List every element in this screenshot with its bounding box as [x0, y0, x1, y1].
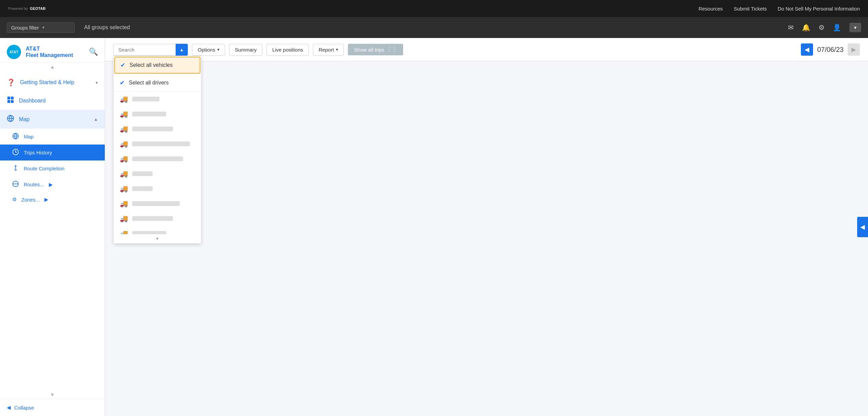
sidebar-header: AT&T AT&T Fleet Management 🔍 — [0, 38, 105, 63]
report-chevron: ▾ — [336, 47, 338, 52]
vehicle-item[interactable]: 🚚 — [114, 121, 201, 136]
sidebar-brand-name: AT&T — [26, 45, 73, 52]
svg-point-7 — [15, 166, 16, 167]
user-icon[interactable]: 👤 — [833, 23, 841, 32]
collapse-label: Collapse — [14, 405, 34, 411]
sidebar-item-trips-history[interactable]: Trips History — [0, 145, 105, 160]
vehicle-item[interactable]: 🚚 — [114, 151, 201, 166]
search-container: ▲ ✔ Select all vehicles ✔ Select all dri… — [113, 44, 188, 56]
sidebar-brand: AT&T Fleet Management — [26, 45, 73, 58]
vehicle-name — [132, 171, 153, 176]
date-display: 07/06/23 — [817, 46, 844, 54]
select-all-vehicles-item[interactable]: ✔ Select all vehicles — [114, 57, 200, 74]
svg-rect-1 — [11, 97, 14, 99]
select-all-vehicles-label: Select all vehicles — [130, 62, 173, 68]
map-parent-label: Map — [19, 116, 89, 122]
dropdown-scroll-indicator: ▼ — [114, 234, 201, 243]
date-nav: ◀ 07/06/23 ▶ — [801, 43, 860, 56]
help-icon: ❓ — [7, 78, 15, 87]
vehicle-name — [132, 127, 173, 131]
right-collapse-button[interactable]: ◀ — [857, 217, 868, 237]
mail-icon[interactable]: ✉ — [788, 23, 794, 32]
sidebar-item-map-parent[interactable]: Map ▲ — [0, 110, 105, 129]
vehicle-name — [132, 231, 166, 234]
all-groups-text: All groups selected — [84, 24, 130, 31]
user-menu-button[interactable]: ▾ — [849, 23, 861, 32]
bell-icon[interactable]: 🔔 — [802, 23, 810, 32]
sidebar-nav: ❓ Getting Started & Help ▾ Dashboard Map… — [0, 71, 105, 391]
show-all-trips-label: Show all trips — [354, 47, 384, 53]
select-all-drivers-item[interactable]: ✔ Select all drivers — [114, 74, 201, 91]
vehicle-item[interactable]: 🚚 — [114, 196, 201, 211]
vehicle-item[interactable]: 🚚 — [114, 107, 201, 121]
map-parent-chevron: ▲ — [94, 117, 98, 122]
summary-button[interactable]: Summary — [229, 44, 262, 56]
vehicle-item[interactable]: 🚚 — [114, 226, 201, 234]
vehicle-name — [132, 97, 159, 101]
second-bar-icons: ✉ 🔔 ⚙ 👤 ▾ — [788, 23, 861, 32]
zones-chevron: ▶ — [44, 196, 48, 203]
geotab-logo: Powered by GEOTAB — [8, 6, 45, 11]
show-all-trips-button[interactable]: Show all trips ⋮⋮ — [348, 44, 403, 55]
map-icon — [12, 133, 19, 140]
sidebar-item-getting-started[interactable]: ❓ Getting Started & Help ▾ — [0, 74, 105, 91]
sidebar-item-routes[interactable]: Routes... ▶ — [0, 176, 105, 192]
route-completion-label: Route Completion — [24, 166, 64, 171]
main-layout: AT&T AT&T Fleet Management 🔍 ▲ ❓ Getting… — [0, 38, 868, 416]
toolbar: ▲ ✔ Select all vehicles ✔ Select all dri… — [105, 38, 868, 61]
vehicle-truck-icon: 🚚 — [120, 200, 128, 208]
vehicle-name — [132, 112, 166, 116]
collapse-button[interactable]: ◀ Collapse — [0, 399, 105, 416]
vehicle-item[interactable]: 🚚 — [114, 181, 201, 196]
att-logo: AT&T — [7, 45, 21, 59]
vehicle-name — [132, 156, 183, 161]
sidebar-item-route-completion[interactable]: Route Completion — [0, 160, 105, 176]
geotab-brand: GEOTAB — [30, 6, 45, 11]
date-prev-button[interactable]: ◀ — [801, 43, 813, 56]
groups-filter-chevron: ▾ — [42, 25, 44, 30]
sidebar-item-map[interactable]: Map — [0, 129, 105, 145]
getting-started-label: Getting Started & Help — [20, 79, 91, 86]
right-collapse-icon: ◀ — [860, 223, 865, 231]
vehicle-item[interactable]: 🚚 — [114, 136, 201, 151]
vehicle-truck-icon: 🚚 — [120, 155, 128, 163]
select-all-drivers-label: Select all drivers — [129, 80, 169, 86]
route-completion-icon — [12, 165, 19, 172]
sidebar-brand-sub: Fleet Management — [26, 52, 73, 58]
sidebar-item-zones[interactable]: ⚙ Zones... ▶ — [0, 192, 105, 207]
user-label: ▾ — [854, 25, 856, 30]
trips-history-label: Trips History — [24, 150, 52, 155]
vehicle-truck-icon: 🚚 — [120, 229, 128, 234]
date-next-button[interactable]: ▶ — [848, 43, 860, 56]
vehicle-truck-icon: 🚚 — [120, 214, 128, 223]
vehicle-truck-icon: 🚚 — [120, 110, 128, 118]
submit-tickets-link[interactable]: Submit Tickets — [734, 6, 767, 12]
groups-filter-button[interactable]: Groups filter ▾ — [7, 22, 75, 33]
vehicle-item[interactable]: 🚚 — [114, 92, 201, 107]
main-content: ices or change the date range. — [105, 61, 868, 416]
sidebar-item-dashboard[interactable]: Dashboard — [0, 91, 105, 110]
gear-icon[interactable]: ⚙ — [818, 23, 825, 32]
svg-rect-3 — [11, 100, 14, 103]
top-bar: Powered by GEOTAB Resources Submit Ticke… — [0, 0, 868, 17]
collapse-chevron-icon: ◀ — [7, 404, 11, 411]
search-dropdown-button[interactable]: ▲ — [176, 44, 188, 56]
report-button[interactable]: Report ▾ — [313, 44, 344, 56]
select-all-vehicles-check: ✔ — [120, 61, 125, 69]
sidebar-scroll-down[interactable]: ▼ — [0, 391, 105, 399]
routes-icon — [12, 181, 19, 188]
trips-history-icon — [12, 149, 19, 156]
content-area: ▲ ✔ Select all vehicles ✔ Select all dri… — [105, 38, 868, 416]
sidebar-scroll-up[interactable]: ▲ — [0, 63, 105, 71]
sidebar-search-icon[interactable]: 🔍 — [89, 48, 98, 56]
top-bar-nav: Resources Submit Tickets Do Not Sell My … — [698, 6, 860, 12]
options-button[interactable]: Options ▾ — [192, 44, 225, 56]
vehicle-item[interactable]: 🚚 — [114, 166, 201, 181]
vehicle-name — [132, 141, 190, 146]
resources-link[interactable]: Resources — [698, 6, 723, 12]
vehicle-item[interactable]: 🚚 — [114, 211, 201, 226]
routes-label: Routes... — [24, 182, 44, 187]
do-not-sell-link[interactable]: Do Not Sell My Personal Information — [777, 6, 860, 12]
getting-started-chevron: ▾ — [96, 80, 98, 85]
live-positions-button[interactable]: Live positions — [267, 44, 309, 56]
